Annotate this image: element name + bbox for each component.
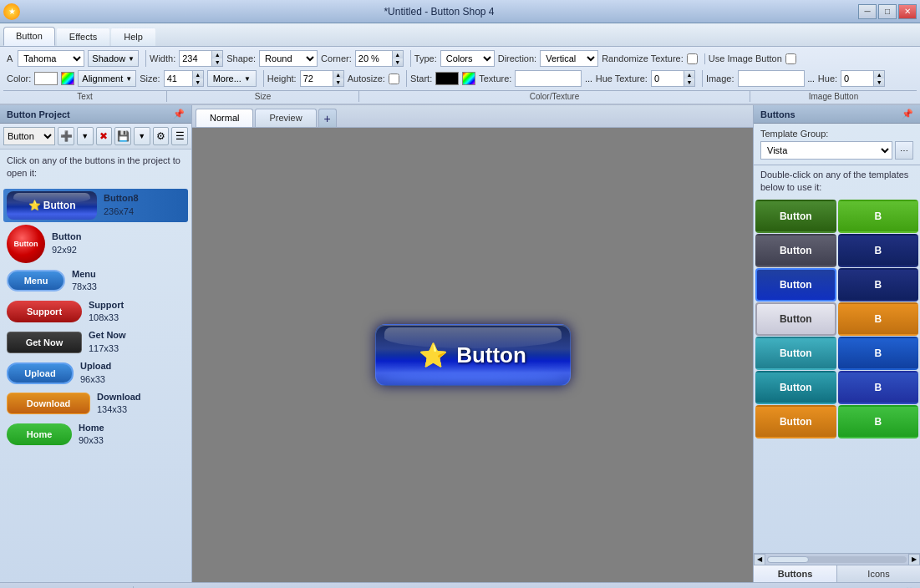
image-browse[interactable]: ... — [808, 74, 815, 84]
minimize-button[interactable]: ─ — [858, 4, 877, 19]
corner-up[interactable]: ▲ — [393, 51, 403, 58]
list-item[interactable]: Download Download 134x33 — [3, 388, 188, 419]
width-spin-arrows: ▲ ▼ — [212, 50, 223, 67]
texture-browse[interactable]: ... — [585, 74, 592, 84]
template-item[interactable]: Button — [755, 337, 836, 370]
button-list: ⭐ Button Button8 236x74 Button Button 92… — [0, 185, 191, 582]
close-button[interactable]: ✕ — [898, 4, 917, 19]
size-label: Size: — [140, 74, 160, 84]
shape-label: Shape: — [226, 53, 256, 63]
template-item[interactable]: B — [838, 302, 919, 336]
template-item[interactable]: Button — [755, 234, 836, 267]
randomize-checkbox[interactable] — [687, 53, 698, 64]
toolbar-size-section: Width: ▲ ▼ Shape: Round Square Corner: ▲… — [145, 50, 407, 67]
list-item[interactable]: Upload Upload 96x33 — [3, 357, 188, 388]
hue-texture-input[interactable] — [651, 70, 684, 87]
list-item[interactable]: Get Now Get Now 117x33 — [3, 327, 188, 357]
template-row: Button B — [755, 268, 918, 302]
preview-button[interactable]: ⭐ Button — [375, 324, 571, 386]
save-button[interactable]: 💾 — [114, 127, 131, 145]
size-section-label: Size — [166, 91, 358, 102]
tab-effects[interactable]: Effects — [57, 28, 109, 46]
maximize-button[interactable]: □ — [878, 4, 897, 19]
list-item[interactable]: Home Home 90x33 — [3, 419, 188, 450]
template-item[interactable]: Button — [755, 371, 836, 404]
more-btn[interactable]: More... ▼ — [207, 70, 257, 87]
delete-button[interactable]: ✖ — [96, 127, 113, 145]
template-group-menu-btn[interactable]: ⋯ — [895, 141, 913, 160]
list-item[interactable]: ⭐ Button Button8 236x74 — [3, 189, 188, 222]
font-select[interactable]: Tahoma — [18, 50, 84, 67]
width-input[interactable] — [179, 50, 212, 67]
font-size-up[interactable]: ▲ — [193, 71, 203, 79]
shadow-dropdown[interactable]: Shadow ▼ — [88, 50, 139, 67]
image-input[interactable] — [738, 70, 805, 87]
font-size-down[interactable]: ▼ — [193, 79, 203, 86]
alignment-dropdown[interactable]: Alignment ▼ — [78, 70, 136, 87]
template-item[interactable]: B — [838, 200, 919, 233]
shape-select[interactable]: Round Square — [259, 50, 318, 67]
corner-input[interactable] — [355, 50, 393, 67]
texture-input[interactable] — [515, 70, 582, 87]
add-dropdown[interactable]: ▼ — [77, 127, 94, 145]
tab-normal[interactable]: Normal — [196, 109, 253, 127]
font-size-input[interactable] — [164, 70, 193, 87]
type-select[interactable]: Colors — [440, 50, 495, 67]
tab-add[interactable]: + — [318, 109, 337, 127]
template-item[interactable]: B — [838, 268, 919, 302]
text-color-picker[interactable] — [61, 72, 74, 85]
list-button[interactable]: ☰ — [171, 127, 188, 145]
hue-texture-down[interactable]: ▼ — [684, 79, 694, 86]
scroll-left[interactable]: ◀ — [754, 554, 765, 565]
text-color-swatch[interactable] — [34, 72, 58, 85]
list-item-info: Upload 96x33 — [80, 360, 111, 386]
height-spin-arrows: ▲ ▼ — [333, 70, 344, 87]
toolbar-image-section-2: Image: ... Hue: ▲ ▼ — [702, 70, 888, 87]
list-item[interactable]: Support Support 108x33 — [3, 297, 188, 327]
tab-button[interactable]: Button — [3, 27, 55, 46]
tab-preview[interactable]: Preview — [255, 109, 316, 127]
template-item[interactable]: B — [838, 234, 919, 267]
scroll-right[interactable]: ▶ — [908, 554, 920, 565]
tab-help[interactable]: Help — [111, 28, 155, 46]
width-up[interactable]: ▲ — [212, 51, 222, 58]
list-item[interactable]: Button Button 92x92 — [3, 222, 188, 266]
start-color-picker[interactable] — [462, 72, 475, 85]
scroll-track[interactable] — [767, 556, 907, 563]
direction-label: Direction: — [498, 53, 536, 63]
hue-input[interactable] — [841, 70, 874, 87]
template-group-select[interactable]: Vista — [760, 141, 892, 160]
template-item[interactable]: B — [838, 371, 919, 404]
autosize-checkbox[interactable] — [389, 74, 399, 84]
height-input[interactable] — [300, 70, 333, 87]
height-up[interactable]: ▲ — [333, 71, 343, 79]
hue-up[interactable]: ▲ — [874, 71, 884, 79]
start-color-swatch[interactable] — [435, 72, 459, 85]
list-item-info: Home 90x33 — [79, 422, 104, 448]
toolbar-row-2: Color: Alignment ▼ Size: ▲ ▼ More... ▼ — [3, 68, 917, 89]
tab-icons[interactable]: Icons — [837, 565, 920, 582]
template-item[interactable]: B — [838, 405, 919, 438]
height-down[interactable]: ▼ — [333, 79, 343, 86]
scroll-thumb[interactable] — [767, 556, 809, 563]
template-item[interactable]: Button — [755, 200, 836, 233]
list-item[interactable]: Menu Menu 78x33 — [3, 266, 188, 297]
hue-down[interactable]: ▼ — [874, 79, 884, 86]
direction-select[interactable]: Vertical — [540, 50, 598, 67]
template-row: Button B — [755, 234, 918, 267]
corner-down[interactable]: ▼ — [393, 58, 403, 66]
settings-button[interactable]: ⚙ — [153, 127, 170, 145]
width-down[interactable]: ▼ — [212, 58, 222, 66]
template-item[interactable]: Button — [755, 405, 836, 438]
template-item[interactable]: Button — [755, 302, 836, 336]
template-item[interactable]: B — [838, 337, 919, 370]
template-item[interactable]: Button — [755, 268, 836, 302]
button-type-select[interactable]: Button — [3, 127, 55, 145]
font-size-spin-arrows: ▲ ▼ — [193, 70, 204, 87]
save-dropdown[interactable]: ▼ — [134, 127, 150, 145]
hue-texture-up[interactable]: ▲ — [684, 71, 694, 79]
use-image-checkbox[interactable] — [785, 53, 796, 64]
tab-buttons[interactable]: Buttons — [754, 565, 837, 582]
add-button[interactable]: ➕ — [58, 127, 74, 145]
width-spinner: ▲ ▼ — [179, 50, 223, 67]
